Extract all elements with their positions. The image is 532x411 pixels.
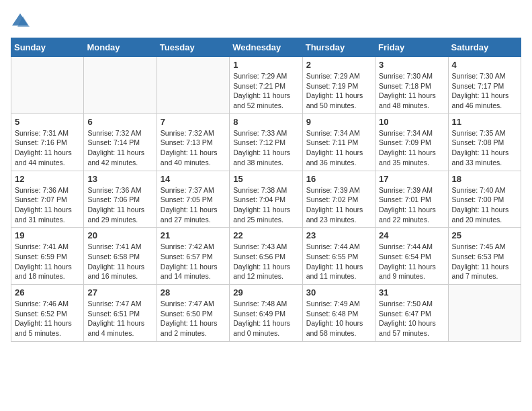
calendar-cell: 12Sunrise: 7:36 AM Sunset: 7:07 PM Dayli… [11, 171, 84, 228]
day-info: Sunrise: 7:47 AM Sunset: 6:50 PM Dayligh… [161, 299, 226, 338]
weekday-header-row: SundayMondayTuesdayWednesdayThursdayFrid… [11, 38, 521, 57]
calendar-week-2: 5Sunrise: 7:31 AM Sunset: 7:16 PM Daylig… [11, 113, 521, 171]
day-number: 2 [306, 60, 371, 70]
day-number: 21 [161, 230, 226, 240]
day-number: 27 [87, 287, 152, 298]
calendar-cell: 5Sunrise: 7:31 AM Sunset: 7:16 PM Daylig… [11, 113, 84, 171]
day-info: Sunrise: 7:40 AM Sunset: 7:00 PM Dayligh… [452, 185, 517, 225]
day-number: 6 [87, 117, 152, 127]
day-info: Sunrise: 7:41 AM Sunset: 6:58 PM Dayligh… [87, 242, 152, 281]
day-number: 1 [233, 60, 298, 70]
calendar-cell [11, 57, 84, 114]
day-info: Sunrise: 7:39 AM Sunset: 7:02 PM Dayligh… [306, 185, 371, 225]
day-number: 19 [15, 230, 80, 240]
calendar-cell: 11Sunrise: 7:35 AM Sunset: 7:08 PM Dayli… [448, 113, 521, 171]
day-number: 20 [87, 230, 152, 240]
page-header [11, 11, 521, 30]
day-info: Sunrise: 7:32 AM Sunset: 7:14 PM Dayligh… [87, 128, 152, 168]
day-info: Sunrise: 7:38 AM Sunset: 7:04 PM Dayligh… [233, 185, 298, 225]
day-info: Sunrise: 7:44 AM Sunset: 6:54 PM Dayligh… [379, 242, 444, 281]
calendar-cell: 20Sunrise: 7:41 AM Sunset: 6:58 PM Dayli… [84, 228, 157, 285]
day-number: 18 [452, 174, 517, 184]
day-info: Sunrise: 7:29 AM Sunset: 7:19 PM Dayligh… [306, 71, 371, 111]
day-number: 30 [306, 287, 371, 298]
day-info: Sunrise: 7:36 AM Sunset: 7:07 PM Dayligh… [15, 185, 80, 225]
calendar-cell: 10Sunrise: 7:34 AM Sunset: 7:09 PM Dayli… [375, 113, 448, 171]
day-info: Sunrise: 7:48 AM Sunset: 6:49 PM Dayligh… [233, 299, 298, 338]
day-number: 10 [379, 117, 444, 127]
calendar-cell: 26Sunrise: 7:46 AM Sunset: 6:52 PM Dayli… [11, 285, 84, 342]
day-number: 8 [233, 117, 298, 127]
calendar-week-4: 19Sunrise: 7:41 AM Sunset: 6:59 PM Dayli… [11, 228, 521, 285]
logo-icon [11, 11, 30, 30]
calendar-cell: 31Sunrise: 7:50 AM Sunset: 6:47 PM Dayli… [375, 285, 448, 342]
day-info: Sunrise: 7:49 AM Sunset: 6:48 PM Dayligh… [306, 299, 371, 338]
calendar-cell [448, 285, 521, 342]
day-number: 3 [379, 60, 444, 70]
calendar-week-5: 26Sunrise: 7:46 AM Sunset: 6:52 PM Dayli… [11, 285, 521, 342]
day-number: 14 [161, 174, 226, 184]
calendar-cell: 8Sunrise: 7:33 AM Sunset: 7:12 PM Daylig… [230, 113, 302, 171]
calendar-cell: 7Sunrise: 7:32 AM Sunset: 7:13 PM Daylig… [157, 113, 229, 171]
day-info: Sunrise: 7:29 AM Sunset: 7:21 PM Dayligh… [233, 71, 298, 111]
day-info: Sunrise: 7:33 AM Sunset: 7:12 PM Dayligh… [233, 128, 298, 168]
day-info: Sunrise: 7:47 AM Sunset: 6:51 PM Dayligh… [87, 299, 152, 338]
weekday-header-wednesday: Wednesday [230, 38, 302, 57]
calendar-table: SundayMondayTuesdayWednesdayThursdayFrid… [11, 38, 521, 342]
calendar-cell: 21Sunrise: 7:42 AM Sunset: 6:57 PM Dayli… [157, 228, 229, 285]
calendar-cell: 2Sunrise: 7:29 AM Sunset: 7:19 PM Daylig… [302, 57, 375, 114]
day-number: 29 [233, 287, 298, 298]
calendar-cell: 22Sunrise: 7:43 AM Sunset: 6:56 PM Dayli… [230, 228, 302, 285]
weekday-header-tuesday: Tuesday [157, 38, 229, 57]
day-number: 22 [233, 230, 298, 240]
day-number: 15 [233, 174, 298, 184]
day-info: Sunrise: 7:39 AM Sunset: 7:01 PM Dayligh… [379, 185, 444, 225]
weekday-header-thursday: Thursday [302, 38, 375, 57]
day-number: 23 [306, 230, 371, 240]
day-info: Sunrise: 7:42 AM Sunset: 6:57 PM Dayligh… [161, 242, 226, 281]
calendar-cell: 14Sunrise: 7:37 AM Sunset: 7:05 PM Dayli… [157, 171, 229, 228]
day-number: 5 [15, 117, 80, 127]
calendar-cell: 15Sunrise: 7:38 AM Sunset: 7:04 PM Dayli… [230, 171, 302, 228]
day-number: 17 [379, 174, 444, 184]
day-number: 16 [306, 174, 371, 184]
day-info: Sunrise: 7:43 AM Sunset: 6:56 PM Dayligh… [233, 242, 298, 281]
day-info: Sunrise: 7:30 AM Sunset: 7:18 PM Dayligh… [379, 71, 444, 111]
day-info: Sunrise: 7:35 AM Sunset: 7:08 PM Dayligh… [452, 128, 517, 168]
day-number: 7 [161, 117, 226, 127]
calendar-cell [157, 57, 229, 114]
calendar-cell: 13Sunrise: 7:36 AM Sunset: 7:06 PM Dayli… [84, 171, 157, 228]
calendar-week-1: 1Sunrise: 7:29 AM Sunset: 7:21 PM Daylig… [11, 57, 521, 114]
calendar-cell: 24Sunrise: 7:44 AM Sunset: 6:54 PM Dayli… [375, 228, 448, 285]
day-info: Sunrise: 7:45 AM Sunset: 6:53 PM Dayligh… [452, 242, 517, 281]
calendar-cell: 16Sunrise: 7:39 AM Sunset: 7:02 PM Dayli… [302, 171, 375, 228]
day-info: Sunrise: 7:36 AM Sunset: 7:06 PM Dayligh… [87, 185, 152, 225]
calendar-cell: 23Sunrise: 7:44 AM Sunset: 6:55 PM Dayli… [302, 228, 375, 285]
day-number: 26 [15, 287, 80, 298]
day-info: Sunrise: 7:30 AM Sunset: 7:17 PM Dayligh… [452, 71, 517, 111]
day-number: 12 [15, 174, 80, 184]
calendar-cell: 3Sunrise: 7:30 AM Sunset: 7:18 PM Daylig… [375, 57, 448, 114]
day-number: 4 [452, 60, 517, 70]
calendar-cell [84, 57, 157, 114]
calendar-cell: 19Sunrise: 7:41 AM Sunset: 6:59 PM Dayli… [11, 228, 84, 285]
calendar-cell: 30Sunrise: 7:49 AM Sunset: 6:48 PM Dayli… [302, 285, 375, 342]
day-info: Sunrise: 7:34 AM Sunset: 7:09 PM Dayligh… [379, 128, 444, 168]
day-number: 13 [87, 174, 152, 184]
calendar-cell: 25Sunrise: 7:45 AM Sunset: 6:53 PM Dayli… [448, 228, 521, 285]
calendar-cell: 6Sunrise: 7:32 AM Sunset: 7:14 PM Daylig… [84, 113, 157, 171]
calendar-cell: 18Sunrise: 7:40 AM Sunset: 7:00 PM Dayli… [448, 171, 521, 228]
day-number: 25 [452, 230, 517, 240]
day-info: Sunrise: 7:32 AM Sunset: 7:13 PM Dayligh… [161, 128, 226, 168]
calendar-week-3: 12Sunrise: 7:36 AM Sunset: 7:07 PM Dayli… [11, 171, 521, 228]
weekday-header-friday: Friday [375, 38, 448, 57]
weekday-header-sunday: Sunday [11, 38, 84, 57]
day-number: 31 [379, 287, 444, 298]
calendar-cell: 17Sunrise: 7:39 AM Sunset: 7:01 PM Dayli… [375, 171, 448, 228]
day-info: Sunrise: 7:34 AM Sunset: 7:11 PM Dayligh… [306, 128, 371, 168]
day-number: 9 [306, 117, 371, 127]
day-info: Sunrise: 7:41 AM Sunset: 6:59 PM Dayligh… [15, 242, 80, 281]
day-number: 11 [452, 117, 517, 127]
day-number: 28 [161, 287, 226, 298]
calendar-cell: 29Sunrise: 7:48 AM Sunset: 6:49 PM Dayli… [230, 285, 302, 342]
